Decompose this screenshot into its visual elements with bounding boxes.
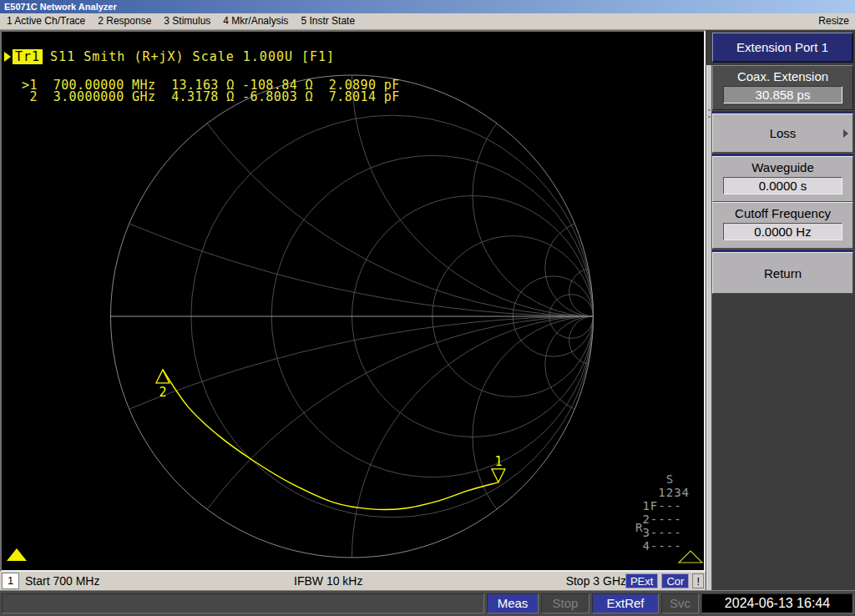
softkey-menu-title: Extension Port 1 xyxy=(712,33,853,63)
status-meas: Meas xyxy=(487,593,539,613)
port-status-line: 2---- xyxy=(635,512,690,526)
port-status-line: 1F--- xyxy=(635,499,690,512)
scrollbar-tick xyxy=(708,116,711,118)
marker-readout: >1 700.00000 MHz 13.163 Ω -108.84 Ω 2.08… xyxy=(22,79,400,103)
waveguide-value: 0.0000 s xyxy=(723,177,842,194)
cutoff-frequency-value: 0.0000 Hz xyxy=(723,223,842,240)
status-stop: Stop xyxy=(541,593,589,613)
softkey-coax-extension[interactable]: Coax. Extension 30.858 ps xyxy=(712,65,853,110)
scale-ref-left-icon xyxy=(7,548,27,561)
scrollbar-tick xyxy=(708,109,711,111)
menu-item-4[interactable]: 4 Mkr/Analysis xyxy=(223,13,288,29)
status-svc: Svc xyxy=(661,593,699,613)
datetime-display: 2024-06-13 16:44 xyxy=(701,593,853,613)
status-segments: MeasStopExtRefSvc xyxy=(487,593,699,613)
window-titlebar[interactable]: E5071C Network Analyzer xyxy=(0,0,855,13)
status-extref: ExtRef xyxy=(592,593,659,613)
menu-item-1[interactable]: 1 Active Ch/Trace xyxy=(7,13,85,29)
active-trace-name: Tr1 xyxy=(13,49,43,64)
channel-badges: PExtCor! xyxy=(625,573,704,588)
port-status-line: 1234 xyxy=(635,486,690,499)
trace-status-line: Tr1 S11 Smith (R+jX) Scale 1.000U [F1] xyxy=(4,49,335,64)
channel-number: 1 xyxy=(2,573,19,589)
warning-badge: ! xyxy=(692,573,704,588)
trace-format-text: S11 Smith (R+jX) Scale 1.000U [F1] xyxy=(50,49,335,64)
softkey-label: Cutoff Frequency xyxy=(713,203,852,220)
marker-readout-row-2: 2 3.0000000 GHz 4.3178 Ω -6.8003 Ω 7.801… xyxy=(22,91,400,103)
softkey-loss[interactable]: Loss xyxy=(712,114,853,153)
instrument-status-bar: MeasStopExtRefSvc 2024-06-13 16:44 xyxy=(0,590,855,616)
s11-trace xyxy=(163,370,498,510)
receiver-label: R xyxy=(635,521,642,534)
menu-item-2[interactable]: 2 Response xyxy=(98,13,151,29)
pext-badge: PExt xyxy=(625,573,658,588)
marker-1-symbol xyxy=(492,469,505,482)
softkey-label: Return xyxy=(764,266,802,280)
channel-status-bar: 1 Start 700 MHz IFBW 10 kHz Stop 3 GHz P… xyxy=(0,572,706,590)
menu-item-3[interactable]: 3 Stimulus xyxy=(164,13,210,29)
window-title: E5071C Network Analyzer xyxy=(4,2,117,12)
coax-extension-value: 30.858 ps xyxy=(723,86,842,104)
marker-2-label: 2 xyxy=(159,385,166,400)
resize-button[interactable]: Resize xyxy=(818,13,849,29)
softkey-return[interactable]: Return xyxy=(712,252,853,294)
port-status-line: 4---- xyxy=(635,539,690,553)
marker-1-label: 1 xyxy=(494,454,502,469)
menu-items: 1 Active Ch/Trace2 Response3 Stimulus4 M… xyxy=(0,13,855,29)
active-trace-arrow-icon xyxy=(4,52,11,62)
port-status-line: 3---- xyxy=(635,526,690,539)
ifbw: IFBW 10 kHz xyxy=(294,572,362,590)
softkey-label: Coax. Extension xyxy=(713,66,852,83)
softkey-buttons: Coax. Extension 30.858 ps Loss Waveguide… xyxy=(712,65,853,294)
port-status-indicator: S 1234 1F--- 2---- 3---- 4---- xyxy=(635,472,690,553)
port-status-line: S xyxy=(635,472,690,486)
softkey-menu: Extension Port 1 Coax. Extension 30.858 … xyxy=(706,30,855,590)
smith-grid xyxy=(2,32,704,570)
softkey-cutoff-frequency[interactable]: Cutoff Frequency 0.0000 Hz xyxy=(712,202,853,249)
softkey-waveguide[interactable]: Waveguide 0.0000 s xyxy=(712,156,853,202)
softkey-label: Waveguide xyxy=(713,157,852,174)
softkey-scrollbar[interactable] xyxy=(706,65,712,599)
sweep-start: Start 700 MHz xyxy=(25,572,99,590)
scale-ref-right-icon xyxy=(679,551,702,563)
menu-item-5[interactable]: 5 Instr State xyxy=(301,13,355,29)
sweep-stop: Stop 3 GHz xyxy=(566,572,626,590)
submenu-arrow-icon xyxy=(843,129,848,138)
menu-bar: 1 Active Ch/Trace2 Response3 Stimulus4 M… xyxy=(0,13,855,30)
smith-chart: 12 xyxy=(2,32,704,570)
softkey-label: Loss xyxy=(770,126,797,140)
cor-badge: Cor xyxy=(661,573,689,588)
status-message-area xyxy=(2,593,484,613)
display-area: 12 Tr1 S11 Smith (R+jX) Scale 1.000U [F1… xyxy=(0,30,706,572)
